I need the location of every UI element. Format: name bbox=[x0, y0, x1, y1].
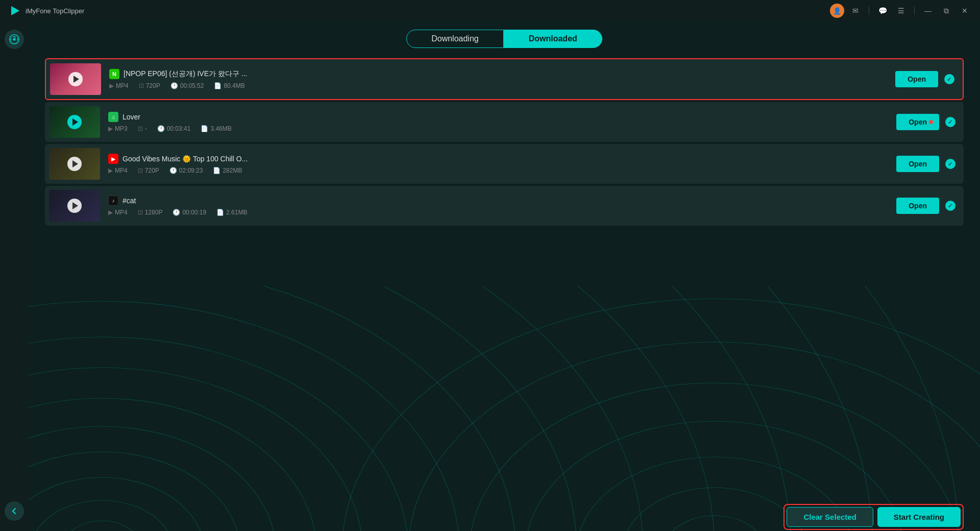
meta-duration-3: 🕐 02:09:23 bbox=[169, 167, 203, 174]
music-nav-icon[interactable] bbox=[5, 30, 24, 49]
duration-value-1: 00:05:52 bbox=[180, 82, 204, 89]
resolution-value-1: 720P bbox=[146, 82, 160, 89]
item-meta-1: ▶ MP4 ⊡ 720P 🕐 00:05:52 📄 bbox=[109, 82, 887, 89]
item-info-2: ♫ Lover ▶ MP3 ⊡ - 🕐 bbox=[100, 112, 896, 132]
side-nav bbox=[0, 21, 29, 531]
svg-point-13 bbox=[0, 286, 715, 531]
format-value-4: MP4 bbox=[115, 209, 128, 216]
platform-badge-4: ♪ bbox=[108, 196, 118, 206]
download-item-1[interactable]: N [NPOP EP06] (선공개) IVE가 왔다구 ... ▶ MP4 ⊡… bbox=[45, 58, 964, 100]
format-icon-4: ▶ bbox=[108, 209, 113, 216]
item-title-row-3: ▶ Good Vibes Music 🌞 Top 100 Chill O... bbox=[108, 154, 888, 164]
bottom-bar: Clear Selected Start Creating bbox=[29, 502, 980, 531]
duration-icon-4: 🕐 bbox=[173, 209, 180, 216]
play-button-3[interactable] bbox=[67, 157, 82, 171]
play-icon-3 bbox=[72, 160, 78, 167]
chat-button[interactable]: 💬 bbox=[875, 4, 890, 18]
item-info-3: ▶ Good Vibes Music 🌞 Top 100 Chill O... … bbox=[100, 154, 896, 174]
clear-selected-button[interactable]: Clear Selected bbox=[787, 507, 873, 527]
meta-size-4: 📄 2.61MB bbox=[216, 209, 247, 216]
content-area: Downloading Downloaded N [NPOP EP06] (선공… bbox=[29, 21, 980, 234]
duration-icon-1: 🕐 bbox=[170, 82, 178, 89]
item-meta-2: ▶ MP3 ⊡ - 🕐 00:03:41 📄 bbox=[108, 125, 888, 132]
check-mark-4: ✓ bbox=[945, 201, 955, 211]
app-title: iMyFone TopClipper bbox=[26, 7, 84, 15]
item-title-3: Good Vibes Music 🌞 Top 100 Chill O... bbox=[122, 155, 248, 163]
meta-format-1: ▶ MP4 bbox=[109, 82, 129, 89]
dot-indicator-2 bbox=[929, 120, 933, 124]
check-mark-1: ✓ bbox=[944, 74, 954, 84]
download-item-3[interactable]: ▶ Good Vibes Music 🌞 Top 100 Chill O... … bbox=[45, 144, 964, 184]
menu-button[interactable]: ☰ bbox=[894, 4, 908, 18]
resolution-value-4: 1280P bbox=[145, 209, 163, 216]
play-button-2[interactable] bbox=[67, 115, 82, 129]
meta-size-1: 📄 80.4MB bbox=[214, 82, 244, 89]
open-button-1[interactable]: Open bbox=[895, 71, 938, 87]
item-meta-3: ▶ MP4 ⊡ 720P 🕐 02:09:23 📄 bbox=[108, 167, 888, 174]
action-buttons-wrapper: Clear Selected Start Creating bbox=[783, 504, 964, 530]
back-nav bbox=[5, 501, 24, 521]
download-item-4[interactable]: ♪ #cat ▶ MP4 ⊡ 1280P 🕐 bbox=[45, 186, 964, 226]
size-value-2: 3.46MB bbox=[210, 125, 231, 132]
size-value-4: 2.61MB bbox=[226, 209, 247, 216]
svg-point-12 bbox=[0, 286, 643, 531]
duration-value-2: 00:03:41 bbox=[167, 125, 191, 132]
meta-format-3: ▶ MP4 bbox=[108, 167, 128, 174]
restore-button[interactable]: ⧉ bbox=[939, 4, 953, 18]
meta-resolution-4: ⊡ 1280P bbox=[138, 209, 163, 216]
tab-downloaded[interactable]: Downloaded bbox=[504, 30, 602, 48]
thumbnail-1 bbox=[50, 63, 101, 95]
resolution-icon-1: ⊡ bbox=[139, 82, 144, 89]
platform-badge-2: ♫ bbox=[108, 112, 118, 122]
tab-downloading[interactable]: Downloading bbox=[406, 30, 504, 48]
resolution-value-2: - bbox=[145, 125, 147, 132]
item-title-row-1: N [NPOP EP06] (선공개) IVE가 왔다구 ... bbox=[109, 69, 887, 79]
format-value-1: MP4 bbox=[116, 82, 129, 89]
window-controls: 👤 ✉ 💬 ☰ — ⧉ ✕ bbox=[830, 4, 972, 18]
format-value-3: MP4 bbox=[115, 167, 128, 174]
item-title-1: [NPOP EP06] (선공개) IVE가 왔다구 ... bbox=[124, 69, 247, 79]
back-button[interactable] bbox=[5, 501, 24, 521]
meta-resolution-3: ⊡ 720P bbox=[138, 167, 159, 174]
meta-resolution-1: ⊡ 720P bbox=[139, 82, 160, 89]
size-icon-4: 📄 bbox=[216, 209, 224, 216]
item-title-2: Lover bbox=[122, 113, 140, 121]
mail-button[interactable]: ✉ bbox=[848, 4, 863, 18]
play-icon-1 bbox=[74, 76, 79, 83]
item-meta-4: ▶ MP4 ⊡ 1280P 🕐 00:00:19 📄 bbox=[108, 209, 888, 216]
resolution-icon-2: ⊡ bbox=[138, 125, 143, 132]
title-bar: iMyFone TopClipper 👤 ✉ 💬 ☰ — ⧉ ✕ bbox=[0, 0, 980, 21]
profile-icon[interactable]: 👤 bbox=[830, 4, 844, 18]
play-button-4[interactable] bbox=[67, 199, 82, 213]
play-button-1[interactable] bbox=[68, 72, 83, 86]
app-logo: iMyFone TopClipper bbox=[8, 4, 84, 17]
size-icon-2: 📄 bbox=[201, 125, 208, 132]
format-icon-2: ▶ bbox=[108, 125, 113, 132]
resolution-icon-4: ⊡ bbox=[138, 209, 143, 216]
size-value-1: 80.4MB bbox=[224, 82, 244, 89]
close-button[interactable]: ✕ bbox=[958, 4, 972, 18]
minimize-button[interactable]: — bbox=[921, 4, 935, 18]
meta-format-4: ▶ MP4 bbox=[108, 209, 128, 216]
duration-icon-3: 🕐 bbox=[169, 167, 177, 174]
start-creating-button[interactable]: Start Creating bbox=[877, 507, 961, 527]
svg-point-8 bbox=[0, 337, 408, 531]
open-button-3[interactable]: Open bbox=[896, 156, 939, 172]
item-info-1: N [NPOP EP06] (선공개) IVE가 왔다구 ... ▶ MP4 ⊡… bbox=[101, 69, 895, 89]
play-icon-4 bbox=[72, 202, 78, 209]
size-value-3: 282MB bbox=[223, 167, 242, 174]
main-content: .wave-line { fill: none; stroke: #00d4c8… bbox=[0, 21, 980, 531]
thumbnail-4 bbox=[49, 190, 100, 222]
thumbnail-2 bbox=[49, 106, 100, 138]
meta-duration-2: 🕐 00:03:41 bbox=[157, 125, 191, 132]
format-icon-1: ▶ bbox=[109, 82, 114, 89]
svg-point-23 bbox=[342, 299, 980, 531]
size-icon-1: 📄 bbox=[214, 82, 222, 89]
download-item-2[interactable]: ♫ Lover ▶ MP3 ⊡ - 🕐 bbox=[45, 102, 964, 142]
resolution-value-3: 720P bbox=[145, 167, 159, 174]
item-title-row-4: ♪ #cat bbox=[108, 196, 888, 206]
play-icon-2 bbox=[72, 118, 78, 126]
svg-point-25 bbox=[13, 38, 16, 41]
duration-value-3: 02:09:23 bbox=[179, 167, 203, 174]
open-button-4[interactable]: Open bbox=[896, 198, 939, 214]
